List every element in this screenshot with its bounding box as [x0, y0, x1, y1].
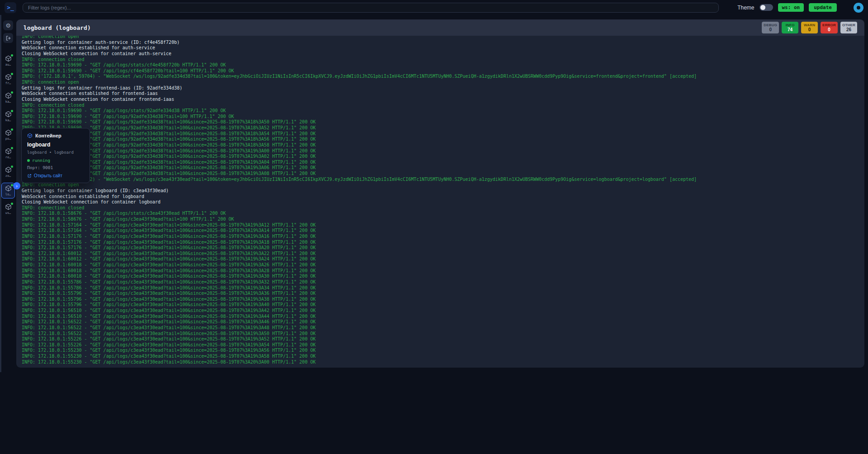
page-scrollbar[interactable] — [0, 15, 1, 372]
log-line: INFO: connection closed — [22, 103, 859, 109]
container-label: lo… — [5, 193, 11, 196]
open-site-label: Открыть сайт — [34, 173, 62, 178]
container-label: ka… — [5, 118, 11, 122]
toggle-knob — [760, 5, 765, 10]
topbar-controls: Theme ws: on update — [737, 3, 863, 13]
log-line: INFO: 172.18.0.1:59690 - "GET /api/logs/… — [22, 68, 859, 74]
logout-icon — [5, 35, 11, 41]
connection-indicator-button[interactable] — [854, 3, 863, 13]
sidebar-container-item[interactable]: au… — [1, 53, 15, 69]
sidebar-container-item[interactable]: fr… — [1, 71, 15, 87]
running-status-dot — [11, 203, 13, 205]
main-layout: ⚙ au… fr… ka… — [0, 15, 868, 454]
container-icon — [5, 185, 12, 192]
log-line: INFO: 172.18.0.1:56510 - "GET /api/logs/… — [22, 314, 859, 320]
container-label: us… — [5, 211, 11, 215]
badge-label: INFO — [783, 23, 797, 28]
log-line: Closing WebSocket connection for contain… — [22, 97, 859, 103]
log-line: INFO: connection open — [22, 80, 859, 85]
container-label: fr… — [5, 81, 11, 85]
log-line: INFO: 172.18.0.1:59690 - "GET /api/logs/… — [22, 148, 859, 154]
external-link-icon — [27, 174, 32, 178]
log-line: INFO: 172.18.0.1:57176 - "GET /api/logs/… — [22, 240, 859, 246]
log-line: INFO: 172.18.0.1:56522 - "GET /api/logs/… — [22, 325, 859, 331]
badge-label: DEBUG — [764, 23, 777, 28]
log-panel: logboard (logboard) DEBUG 0 INFO 74 WARN… — [16, 19, 864, 368]
theme-toggle[interactable] — [760, 4, 773, 11]
tooltip-header: Контейнер — [27, 133, 84, 138]
log-line: WebSocket connection established for fro… — [22, 91, 859, 97]
sidebar-container-list: au… fr… ka… ka… po… — [1, 53, 15, 217]
container-icon — [5, 129, 12, 136]
sidebar-expand-button[interactable]: › — [13, 182, 20, 189]
log-line: INFO: 172.18.0.1:59690 - "GET /api/logs/… — [22, 114, 859, 120]
level-count-badge[interactable]: ERROR 0 — [821, 22, 838, 34]
log-line: INFO: 172.18.0.1:60012 - "GET /api/logs/… — [22, 251, 859, 257]
log-line: INFO: 172.18.0.1:59690 - "GET /api/logs/… — [22, 154, 859, 160]
container-icon — [5, 74, 12, 80]
log-line: INFO: 172.18.0.1:55226 - "GET /api/logs/… — [22, 342, 859, 348]
log-line: INFO: 172.18.0.1:60018 - "GET /api/logs/… — [22, 274, 859, 279]
log-line: INFO: connection closed — [22, 57, 859, 63]
container-label: po… — [5, 137, 11, 141]
gear-icon: ⚙ — [5, 22, 11, 29]
container-icon — [5, 166, 12, 173]
chevron-right-icon: › — [16, 184, 18, 189]
log-line: INFO: 172.18.0.1:57176 - "GET /api/logs/… — [22, 234, 859, 240]
level-count-badge[interactable]: INFO 74 — [782, 22, 798, 34]
container-icon — [5, 55, 12, 62]
container-label: ka… — [5, 100, 11, 104]
indicator-dot-icon — [857, 6, 860, 9]
sidebar-container-item[interactable]: ka… — [1, 109, 15, 124]
cube-icon — [27, 133, 33, 138]
log-line: INFO: 172.18.0.1:55226 - "GET /api/logs/… — [22, 336, 859, 342]
sidebar-container-item[interactable]: po… — [1, 127, 15, 143]
tooltip-subtitle: logboard • logboard — [27, 150, 84, 155]
container-icon — [5, 111, 12, 118]
log-line: INFO: 172.18.0.1:59690 - "GET /api/logs/… — [22, 108, 859, 114]
badge-label: WARN — [803, 23, 816, 28]
log-line: INFO: 172.18.0.1:60018 - "GET /api/logs/… — [22, 268, 859, 274]
logout-button[interactable] — [3, 33, 13, 43]
badge-count: 0 — [764, 27, 777, 33]
log-line: INFO: 172.18.0.1:55230 - "GET /api/logs/… — [22, 354, 859, 359]
log-line: INFO: 172.18.0.1:55796 - "GET /api/logs/… — [22, 291, 859, 297]
sidebar-container-item[interactable]: re… — [1, 146, 15, 161]
running-status-dot — [11, 166, 13, 168]
app-logo: >_ — [5, 2, 16, 13]
log-area[interactable]: INFO: connection openGetting logs for co… — [16, 36, 864, 368]
settings-button[interactable]: ⚙ — [3, 20, 13, 30]
log-line: INFO: 172.18.0.1:59690 - "GET /api/logs/… — [22, 142, 859, 148]
log-line: Getting logs for container auth-service … — [22, 40, 859, 46]
running-dot-icon — [27, 159, 30, 162]
panel-title: logboard (logboard) — [24, 24, 91, 31]
log-line: INFO: 172.18.0.1:60012 - "GET /api/logs/… — [22, 256, 859, 262]
log-line: Getting logs for container frontend-iaas… — [22, 85, 859, 91]
tooltip-container-name: logboard — [27, 142, 84, 148]
log-line: INFO: 172.18.0.1:57176 - "GET /api/logs/… — [22, 245, 859, 251]
log-line: INFO: ('172.18.0.1', 58682) - "WebSocket… — [22, 177, 859, 183]
log-line: INFO: 172.18.0.1:55796 - "GET /api/logs/… — [22, 297, 859, 303]
badge-label: OTHER — [842, 23, 855, 28]
log-line: WebSocket connection established for log… — [22, 194, 859, 200]
log-line: INFO: connection open — [22, 36, 859, 40]
sidebar-container-item[interactable]: ka… — [1, 90, 15, 106]
tooltip-status: running — [27, 158, 84, 163]
log-line: INFO: 172.18.0.1:55230 - "GET /api/logs/… — [22, 348, 859, 354]
badge-label: ERROR — [822, 23, 836, 28]
log-line: INFO: connection open — [22, 182, 859, 188]
level-count-badge[interactable]: OTHER 26 — [840, 22, 857, 34]
log-line: INFO: ('172.18.0.1', 59704) - "WebSocket… — [22, 74, 859, 80]
level-count-badge[interactable]: WARN 0 — [801, 22, 818, 34]
update-button[interactable]: update — [809, 3, 837, 12]
log-filter-input[interactable] — [23, 3, 719, 13]
terminal-icon: >_ — [7, 4, 14, 11]
open-site-link[interactable]: Открыть сайт — [27, 173, 84, 178]
sidebar-container-item[interactable]: zo… — [1, 164, 15, 180]
sidebar-container-item[interactable]: us… — [1, 201, 15, 217]
level-count-badge[interactable]: DEBUG 0 — [762, 22, 779, 34]
log-line: INFO: connection closed — [22, 205, 859, 211]
container-icon — [5, 148, 12, 155]
log-line: INFO: 172.18.0.1:59690 - "GET /api/logs/… — [22, 119, 859, 125]
log-line: INFO: 172.18.0.1:59690 - "GET /api/logs/… — [22, 131, 859, 137]
